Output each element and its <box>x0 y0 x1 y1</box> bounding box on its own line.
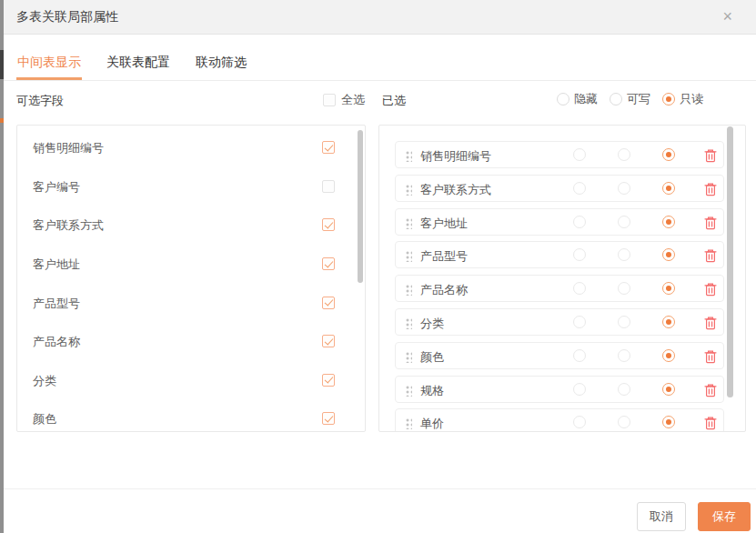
mode-option[interactable]: 可写 <box>610 91 650 107</box>
row-mode-radio[interactable] <box>662 148 675 161</box>
row-mode-radio[interactable] <box>662 316 675 328</box>
field-mode-radios <box>573 182 675 195</box>
field-label: 规格 <box>420 383 444 399</box>
row-mode-radio[interactable] <box>618 182 630 195</box>
available-fields-panel: 销售明细编号 客户编号 客户联系方式 客户地址 产品型号 产品名称 分类 颜色 <box>16 125 366 432</box>
selected-field-row: 分类 <box>395 308 724 336</box>
row-mode-radio[interactable] <box>618 216 630 228</box>
row-mode-radio[interactable] <box>573 182 586 195</box>
scrollbar-thumb[interactable] <box>727 126 733 397</box>
tab-bar: 中间表显示 关联表配置 联动筛选 <box>4 49 756 81</box>
row-mode-radio[interactable] <box>662 248 675 261</box>
row-mode-radio[interactable] <box>573 216 586 228</box>
mode-option-label: 只读 <box>680 91 703 107</box>
row-mode-radio[interactable] <box>618 248 630 261</box>
drag-handle-icon[interactable] <box>405 250 412 262</box>
row-mode-radio[interactable] <box>618 282 630 295</box>
tab-item[interactable]: 联动筛选 <box>195 49 247 80</box>
tab-label: 中间表显示 <box>17 55 81 69</box>
row-mode-radio[interactable] <box>573 148 586 161</box>
field-mode-radios <box>573 349 675 362</box>
tab-item[interactable]: 中间表显示 <box>16 49 82 80</box>
delete-icon[interactable] <box>704 282 717 297</box>
tab-label: 关联表配置 <box>106 55 170 69</box>
mode-option-label: 隐藏 <box>574 91 598 107</box>
drag-handle-icon[interactable] <box>405 184 412 196</box>
field-checkbox[interactable] <box>322 180 335 193</box>
mode-option[interactable]: 隐藏 <box>557 91 598 107</box>
drag-handle-icon[interactable] <box>405 385 412 397</box>
field-label: 客户编号 <box>33 179 80 196</box>
delete-icon[interactable] <box>704 416 717 430</box>
background-page-fragment <box>0 118 4 123</box>
save-button[interactable]: 保存 <box>698 502 751 531</box>
drag-handle-icon[interactable] <box>405 150 412 162</box>
tab-item[interactable]: 关联表配置 <box>106 49 171 80</box>
scrollbar-thumb[interactable] <box>358 130 363 283</box>
delete-icon[interactable] <box>704 316 717 330</box>
close-icon[interactable]: × <box>722 6 732 26</box>
row-mode-radio[interactable] <box>618 148 630 161</box>
row-mode-radio[interactable] <box>618 316 630 328</box>
field-checkbox[interactable] <box>322 257 335 270</box>
row-mode-radio[interactable] <box>618 416 630 428</box>
available-field-row: 客户地址 <box>17 246 365 285</box>
field-label: 销售明细编号 <box>420 148 491 165</box>
field-checkbox[interactable] <box>322 141 335 154</box>
select-all-control[interactable]: 全选 <box>323 92 365 108</box>
selected-field-row: 颜色 <box>395 342 724 369</box>
row-mode-radio[interactable] <box>662 182 675 195</box>
field-label: 产品型号 <box>420 248 468 265</box>
field-mode-radios <box>573 316 675 328</box>
cancel-button[interactable]: 取消 <box>637 502 686 531</box>
field-label: 客户地址 <box>33 256 80 273</box>
field-checkbox[interactable] <box>322 374 335 387</box>
delete-icon[interactable] <box>704 248 717 263</box>
footer-divider <box>4 488 756 489</box>
mode-radio[interactable] <box>610 93 622 106</box>
mode-option[interactable]: 只读 <box>662 91 703 107</box>
delete-icon[interactable] <box>704 148 717 163</box>
field-label: 销售明细编号 <box>33 140 104 156</box>
field-label: 产品型号 <box>33 296 80 312</box>
available-field-row: 客户联系方式 <box>17 206 365 246</box>
row-mode-radio[interactable] <box>662 383 675 396</box>
available-field-row: 产品名称 <box>17 323 365 362</box>
selected-field-row: 规格 <box>395 376 724 403</box>
background-page-fragment <box>0 50 4 79</box>
select-all-label: 全选 <box>341 92 365 108</box>
drag-handle-icon[interactable] <box>405 417 412 429</box>
row-mode-radio[interactable] <box>662 416 675 428</box>
row-mode-radio[interactable] <box>662 282 675 295</box>
delete-icon[interactable] <box>704 182 717 196</box>
row-mode-radio[interactable] <box>573 383 586 396</box>
drag-handle-icon[interactable] <box>405 284 412 296</box>
row-mode-radio[interactable] <box>573 349 586 362</box>
row-mode-radio[interactable] <box>573 248 586 261</box>
row-mode-radio[interactable] <box>573 282 586 295</box>
row-mode-radio[interactable] <box>618 349 630 362</box>
row-mode-radio[interactable] <box>573 316 586 328</box>
selected-fields-panel: 销售明细编号 客户联系方式 客户地址 产品型号 <box>378 125 746 432</box>
drag-handle-icon[interactable] <box>405 351 412 363</box>
selected-field-row: 单价 <box>395 408 724 432</box>
mode-radio[interactable] <box>662 93 675 106</box>
select-all-checkbox[interactable] <box>323 94 336 106</box>
field-checkbox[interactable] <box>322 335 335 347</box>
field-checkbox[interactable] <box>322 297 335 309</box>
row-mode-radio[interactable] <box>573 416 586 428</box>
row-mode-radio[interactable] <box>662 216 675 228</box>
row-mode-radio[interactable] <box>618 383 630 396</box>
delete-icon[interactable] <box>704 216 717 230</box>
field-checkbox[interactable] <box>322 412 335 425</box>
modal-header: 多表关联局部属性 × <box>4 0 756 35</box>
selected-fields-title: 已选 <box>382 93 406 109</box>
selected-fields-list: 销售明细编号 客户联系方式 客户地址 产品型号 <box>379 126 745 432</box>
drag-handle-icon[interactable] <box>405 317 412 329</box>
field-checkbox[interactable] <box>322 218 335 231</box>
mode-radio[interactable] <box>557 93 570 106</box>
delete-icon[interactable] <box>704 349 717 364</box>
row-mode-radio[interactable] <box>662 349 675 362</box>
delete-icon[interactable] <box>704 383 717 397</box>
drag-handle-icon[interactable] <box>405 217 412 229</box>
